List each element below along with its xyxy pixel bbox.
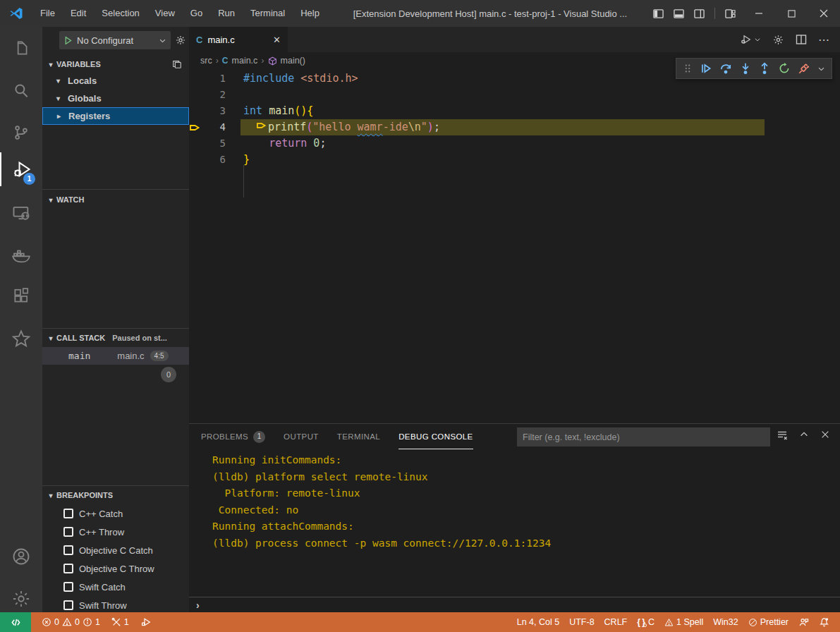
launch-config-gear-icon[interactable] — [175, 35, 186, 46]
debug-status-icon-item[interactable] — [135, 612, 157, 632]
menu-help[interactable]: Help — [293, 0, 327, 27]
variables-scope-globals[interactable]: ▾Globals — [42, 90, 189, 107]
breadcrumb-file[interactable]: main.c — [232, 56, 258, 66]
code-line-4[interactable]: 4 printf("hello wamr-ide\n"); — [189, 119, 840, 135]
feedback-icon[interactable] — [793, 612, 814, 632]
breakpoint-checkbox[interactable] — [63, 527, 73, 537]
call-stack-section-header[interactable]: ▾ CALL STACK Paused on st... — [42, 330, 189, 346]
eol-sequence[interactable]: CRLF — [599, 612, 633, 632]
problems-status[interactable]: 0 0 1 — [37, 612, 105, 632]
more-actions-icon[interactable]: ⋯ — [818, 33, 830, 47]
remote-explorer-icon[interactable] — [0, 196, 42, 230]
breadcrumb-symbol[interactable]: main() — [281, 56, 305, 66]
customize-layout-icon[interactable] — [725, 8, 736, 19]
language-mode[interactable]: { } C — [632, 612, 659, 632]
source-control-icon[interactable] — [0, 116, 42, 150]
console-input-row[interactable]: › — [189, 597, 840, 613]
tools-status[interactable]: 1 — [106, 612, 134, 632]
menu-edit[interactable]: Edit — [63, 0, 94, 27]
copy-value-icon[interactable] — [172, 59, 182, 69]
run-or-debug-icon[interactable] — [740, 33, 761, 46]
code-editor[interactable]: 1#include <stdio.h>23int main(){4 printf… — [189, 71, 840, 423]
star-icon[interactable] — [0, 322, 42, 356]
code-line-3[interactable]: 3int main(){ — [189, 103, 840, 119]
run-and-debug-icon[interactable]: 1 — [0, 152, 42, 186]
notifications-bell-icon[interactable] — [814, 612, 834, 632]
spell-checker-status[interactable]: 1 Spell — [659, 612, 708, 632]
minimize-icon[interactable] — [743, 0, 775, 27]
restart-icon[interactable] — [778, 62, 791, 75]
docker-icon[interactable] — [0, 238, 42, 272]
code-line-5[interactable]: 5 return 0; — [189, 135, 840, 152]
account-icon[interactable] — [0, 540, 42, 573]
step-over-icon[interactable] — [719, 62, 732, 75]
glyph-margin[interactable] — [189, 152, 207, 168]
stack-frame-row[interactable]: main main.c 4:5 — [42, 347, 189, 365]
glyph-margin[interactable] — [189, 71, 207, 87]
breakpoint-checkbox[interactable] — [63, 564, 73, 573]
menu-terminal[interactable]: Terminal — [243, 0, 293, 27]
menu-file[interactable]: File — [32, 0, 63, 27]
tab-output[interactable]: OUTPUT — [284, 424, 319, 449]
clear-console-icon[interactable] — [777, 430, 788, 441]
tab-main-c[interactable]: C main.c ✕ — [189, 27, 288, 52]
variables-section-header[interactable]: ▾ VARIABLES — [42, 56, 189, 72]
toggle-sidebar-icon[interactable] — [653, 8, 664, 19]
start-debug-icon[interactable] — [63, 36, 73, 45]
maximize-icon[interactable] — [775, 0, 808, 27]
menu-go[interactable]: Go — [183, 0, 210, 27]
drag-grip-icon[interactable] — [683, 63, 693, 73]
explorer-icon[interactable] — [0, 31, 42, 65]
breakpoints-section-header[interactable]: ▾ BREAKPOINTS — [42, 487, 189, 503]
split-editor-icon[interactable] — [796, 34, 807, 45]
code-line-2[interactable]: 2 — [189, 87, 840, 103]
code-line-6[interactable]: 6} — [189, 152, 840, 168]
breadcrumb-folder[interactable]: src — [200, 56, 212, 66]
watch-section-header[interactable]: ▾ WATCH — [42, 192, 189, 207]
breakpoint-c-throw[interactable]: C++ Throw — [42, 523, 189, 541]
remote-indicator[interactable] — [0, 612, 31, 632]
step-out-icon[interactable] — [758, 62, 771, 75]
step-into-icon[interactable] — [739, 62, 752, 75]
disconnect-icon[interactable] — [798, 62, 810, 75]
gear-icon[interactable] — [772, 34, 784, 46]
breakpoint-checkbox[interactable] — [63, 600, 73, 610]
debug-config-dropdown[interactable]: No Configurat — [59, 31, 171, 49]
chevron-down-icon[interactable] — [817, 65, 825, 73]
tab-terminal[interactable]: TERMINAL — [337, 424, 380, 449]
breakpoint-checkbox[interactable] — [63, 545, 73, 555]
cursor-position[interactable]: Ln 4, Col 5 — [512, 612, 564, 632]
variables-scope-registers[interactable]: ▸Registers — [42, 107, 189, 125]
toggle-secondary-sidebar-icon[interactable] — [694, 8, 705, 19]
glyph-margin[interactable] — [189, 87, 207, 103]
glyph-margin[interactable] — [189, 103, 207, 119]
encoding[interactable]: UTF-8 — [564, 612, 599, 632]
platform-target[interactable]: Win32 — [708, 612, 743, 632]
formatter-status[interactable]: Prettier — [743, 612, 793, 632]
menu-selection[interactable]: Selection — [94, 0, 147, 27]
menu-view[interactable]: View — [147, 0, 183, 27]
glyph-margin[interactable] — [189, 135, 207, 152]
close-icon[interactable] — [808, 0, 840, 27]
breakpoint-swift-catch[interactable]: Swift Catch — [42, 578, 189, 596]
toggle-panel-icon[interactable] — [674, 8, 684, 19]
maximize-panel-icon[interactable] — [799, 430, 809, 441]
variables-scope-locals[interactable]: ▾Locals — [42, 72, 189, 90]
tab-debug-console[interactable]: DEBUG CONSOLE — [398, 424, 473, 449]
breakpoint-checkbox[interactable] — [63, 582, 73, 592]
breakpoint-checkbox[interactable] — [63, 509, 73, 518]
debug-console-output[interactable]: Running initCommands:(lldb) platform sel… — [189, 452, 840, 593]
search-icon[interactable] — [0, 73, 42, 107]
close-tab-icon[interactable]: ✕ — [273, 35, 281, 45]
close-panel-icon[interactable] — [820, 430, 830, 441]
continue-icon[interactable] — [700, 62, 712, 75]
breakpoint-objective-c-catch[interactable]: Objective C Catch — [42, 541, 189, 559]
tab-problems[interactable]: PROBLEMS 1 — [201, 424, 265, 449]
extensions-icon[interactable] — [0, 279, 42, 313]
console-filter-input[interactable] — [517, 427, 770, 446]
breakpoint-c-catch[interactable]: C++ Catch — [42, 504, 189, 523]
settings-gear-icon[interactable] — [0, 582, 42, 616]
menu-run[interactable]: Run — [210, 0, 243, 27]
breakpoint-objective-c-throw[interactable]: Objective C Throw — [42, 559, 189, 578]
current-frame-arrow-icon[interactable] — [189, 119, 207, 135]
